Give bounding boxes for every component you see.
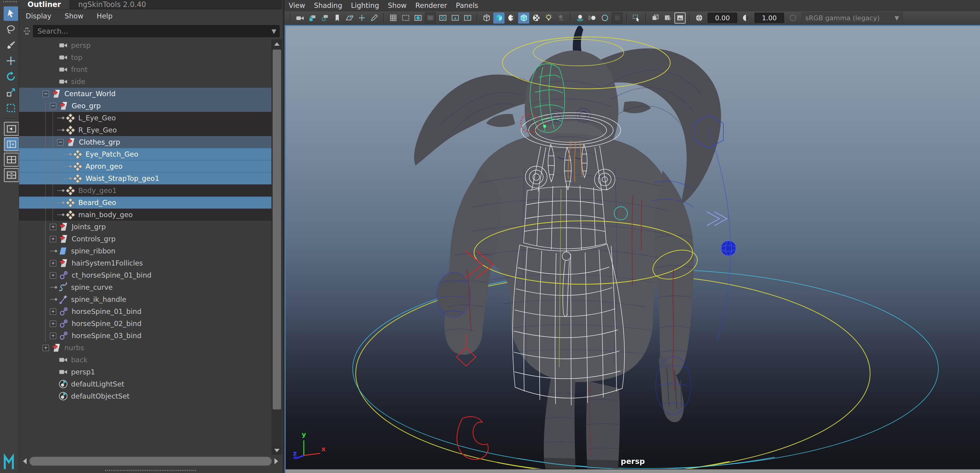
xray-icon[interactable] xyxy=(650,13,661,24)
expand-toggle-icon[interactable]: + xyxy=(50,236,56,242)
outliner-row-spine_ribbon[interactable]: spine_ribbon xyxy=(19,245,272,257)
grease-pencil-icon[interactable] xyxy=(369,13,380,24)
expand-toggle-icon[interactable]: + xyxy=(43,345,49,351)
outliner-menu-show[interactable]: Show xyxy=(58,12,90,20)
vertical-scroll-track[interactable] xyxy=(272,48,282,446)
outliner-row-hairSystem1Follicles[interactable]: +hairSystem1Follicles xyxy=(19,257,272,269)
isolate-select-icon[interactable] xyxy=(630,13,642,24)
contrast-icon[interactable] xyxy=(740,13,751,24)
smooth-shade-icon[interactable] xyxy=(493,13,504,24)
outliner-row-persp1[interactable]: persp1 xyxy=(19,366,272,378)
toolbox-grip[interactable] xyxy=(3,1,17,5)
outliner-row-horseSpine_02_bind[interactable]: +horseSpine_02_bind xyxy=(19,317,272,330)
outliner-row-defaultLightSet[interactable]: defaultLightSet xyxy=(19,378,272,390)
exposure-icon[interactable] xyxy=(694,13,705,24)
wireframe-icon[interactable] xyxy=(481,13,492,24)
horizontal-scroll-thumb[interactable] xyxy=(29,457,272,466)
motion-blur-icon[interactable] xyxy=(587,13,598,24)
outliner-row-defaultObjectSet[interactable]: defaultObjectSet xyxy=(19,390,272,402)
panel-divider[interactable] xyxy=(282,0,285,473)
lasso-tool[interactable] xyxy=(4,22,18,37)
anti-aliasing-icon[interactable] xyxy=(599,13,610,24)
outliner-menu-display[interactable]: Display xyxy=(19,12,58,20)
safe-action-icon[interactable] xyxy=(450,13,461,24)
outliner-row-R_Eye_Geo[interactable]: R_Eye_Geo xyxy=(19,124,272,136)
outliner-row-main_body_geo[interactable]: main_body_geo xyxy=(19,209,272,221)
outliner-row-Apron_geo[interactable]: Apron_geo xyxy=(19,160,272,172)
collapse-toggle-icon[interactable]: − xyxy=(50,103,56,109)
film-gate-icon[interactable] xyxy=(400,13,411,24)
expand-toggle-icon[interactable]: + xyxy=(50,333,56,339)
viewport-menu-lighting[interactable]: Lighting xyxy=(351,2,386,10)
collapse-toggle-icon[interactable]: − xyxy=(43,91,49,97)
outliner-row-Waist_StrapTop_geo1[interactable]: Waist_StrapTop_geo1 xyxy=(19,172,272,185)
outliner-row-ct_horseSpine_01_bind[interactable]: +ct_horseSpine_01_bind xyxy=(19,269,272,281)
viewport-menu-shading[interactable]: Shading xyxy=(314,2,349,10)
outliner-row-Body_geo1[interactable]: Body_geo1 xyxy=(19,185,272,197)
lock-camera-icon[interactable] xyxy=(307,13,318,24)
outliner-row-back[interactable]: back xyxy=(19,354,272,366)
select-camera-icon[interactable] xyxy=(294,13,305,24)
view-transform-dropdown[interactable]: sRGB gamma (legacy)▼ xyxy=(801,13,903,23)
viewport-menu-show[interactable]: Show xyxy=(388,2,414,10)
outliner-row-Geo_grp[interactable]: −Geo_grp xyxy=(19,100,272,112)
outliner-row-top[interactable]: top xyxy=(19,51,272,64)
viewport-canvas[interactable]: y x z persp xyxy=(285,25,980,473)
outliner-row-side[interactable]: side xyxy=(19,76,272,88)
outliner-row-L_Eye_Geo[interactable]: L_Eye_Geo xyxy=(19,112,272,124)
scale-tool[interactable] xyxy=(4,85,18,99)
search-dropdown-arrow-icon[interactable]: ▼ xyxy=(272,27,276,35)
scroll-left-arrow-icon[interactable] xyxy=(21,457,29,466)
outliner-row-horseSpine_01_bind[interactable]: +horseSpine_01_bind xyxy=(19,306,272,317)
textured-icon[interactable] xyxy=(530,13,542,24)
outliner-row-spine_ik_handle[interactable]: spine_ik_handle xyxy=(19,293,272,306)
layout-four-pane-button[interactable] xyxy=(4,153,19,167)
vertical-scrollbar[interactable] xyxy=(272,39,282,455)
viewport-menu-renderer[interactable]: Renderer xyxy=(415,2,454,10)
camera-attributes-icon[interactable] xyxy=(319,13,330,24)
screen-space-ao-icon[interactable] xyxy=(574,13,585,24)
outliner-row-Eye_Patch_Geo[interactable]: Eye_Patch_Geo xyxy=(19,148,272,160)
outliner-row-Clothes_grp[interactable]: −Clothes_grp xyxy=(19,136,272,148)
resolution-gate-icon[interactable] xyxy=(412,13,423,24)
panel-resize-grip[interactable] xyxy=(105,470,196,471)
wireframe-on-shaded-icon[interactable] xyxy=(518,13,529,24)
layout-two-pane-button[interactable] xyxy=(4,168,19,182)
use-all-lights-icon[interactable] xyxy=(543,13,554,24)
outliner-row-front[interactable]: front xyxy=(19,64,272,76)
outliner-row-spine_curve[interactable]: spine_curve xyxy=(19,281,272,293)
vertical-scroll-thumb[interactable] xyxy=(273,49,281,409)
scroll-down-arrow-icon[interactable] xyxy=(272,446,282,455)
outliner-menu-help[interactable]: Help xyxy=(90,12,119,20)
expand-toggle-icon[interactable]: + xyxy=(50,320,56,327)
pan-zoom-2d-icon[interactable] xyxy=(356,13,367,24)
expand-toggle-icon[interactable]: + xyxy=(50,272,56,279)
image-plane-icon[interactable] xyxy=(344,13,355,24)
collapse-toggle-icon[interactable]: − xyxy=(57,139,64,145)
outliner-row-nurbs[interactable]: +nurbs xyxy=(19,342,272,354)
exposure-value-field[interactable]: 0.00 xyxy=(708,13,737,23)
horizontal-scroll-track[interactable] xyxy=(29,456,272,466)
tab-ngskintools[interactable]: ngSkinTools 2.0.40 xyxy=(70,0,155,9)
gamma-value-field[interactable]: 1.00 xyxy=(754,13,784,23)
expand-toggle-icon[interactable]: + xyxy=(50,309,56,315)
expand-toggle-icon[interactable]: + xyxy=(50,260,56,266)
layout-persp-outliner-button[interactable] xyxy=(4,137,19,151)
field-chart-icon[interactable] xyxy=(437,13,448,24)
outliner-row-Centaur_World[interactable]: −Centaur_World xyxy=(19,88,272,100)
rotate-tool[interactable] xyxy=(4,69,18,84)
paint-select-tool[interactable] xyxy=(4,38,18,52)
tab-outliner[interactable]: Outliner xyxy=(19,0,70,9)
textured-ball-icon[interactable] xyxy=(506,13,517,24)
gate-mask-icon[interactable] xyxy=(425,13,436,24)
search-field[interactable]: ▼ xyxy=(33,25,280,37)
bookmark-icon[interactable] xyxy=(331,13,342,24)
outliner-row-horseSpine_03_bind[interactable]: +horseSpine_03_bind xyxy=(19,330,272,342)
search-input[interactable] xyxy=(37,27,272,35)
scroll-up-arrow-icon[interactable] xyxy=(272,39,282,48)
outliner-row-Controls_grp[interactable]: +Controls_grp xyxy=(19,233,272,245)
expand-toggle-icon[interactable]: + xyxy=(50,224,56,230)
render-option-icon[interactable] xyxy=(611,13,623,24)
filter-icon[interactable] xyxy=(21,26,33,37)
horizontal-scrollbar[interactable] xyxy=(19,455,282,468)
